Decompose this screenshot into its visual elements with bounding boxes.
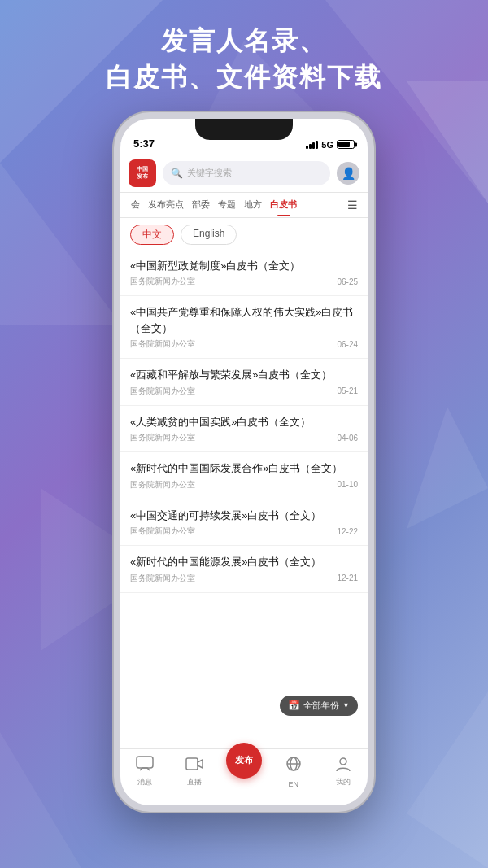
phone-notch <box>195 119 293 140</box>
article-source: 国务院新闻办公室 <box>130 479 195 491</box>
svg-marker-5 <box>407 407 488 529</box>
svg-marker-2 <box>0 163 122 325</box>
tab-live-label: 直播 <box>187 777 202 787</box>
article-date: 12-22 <box>337 527 358 536</box>
bottom-tab-bar: 消息 直播 发布 EN <box>120 748 368 805</box>
tab-live[interactable]: 直播 <box>170 756 220 787</box>
list-item[interactable]: «人类减贫的中国实践»白皮书（全文） 国务院新闻办公室 04-06 <box>120 406 368 453</box>
live-icon <box>185 756 203 774</box>
article-title: «人类减贫的中国实践»白皮书（全文） <box>130 414 358 430</box>
list-item[interactable]: «西藏和平解放与繁荣发展»白皮书（全文） 国务院新闻办公室 05-21 <box>120 359 368 406</box>
signal-icon <box>306 141 318 149</box>
search-placeholder-text: 关键字搜索 <box>187 167 232 179</box>
logo-line1: 中国 <box>137 166 148 172</box>
article-list: «中国新型政党制度»白皮书（全文） 国务院新闻办公室 06-25 «中国共产党尊… <box>120 250 368 748</box>
tab-profile[interactable]: 我的 <box>318 756 368 787</box>
article-meta: 国务院新闻办公室 06-24 <box>130 338 358 350</box>
lang-tab-en[interactable]: English <box>181 225 237 245</box>
article-title: «新时代的中国能源发展»白皮书（全文） <box>130 554 358 570</box>
article-title: «西藏和平解放与繁荣发展»白皮书（全文） <box>130 367 358 383</box>
search-icon: 🔍 <box>171 168 183 179</box>
hero-title: 发言人名录、 白皮书、文件资料下载 <box>73 0 415 112</box>
messages-icon <box>136 756 154 774</box>
fab-label: 发布 <box>235 754 253 766</box>
article-meta: 国务院新闻办公室 05-21 <box>130 386 358 397</box>
article-date: 06-25 <box>337 277 358 286</box>
network-type: 5G <box>321 140 333 150</box>
list-item[interactable]: «中国交通的可持续发展»白皮书（全文） 国务院新闻办公室 12-22 <box>120 499 368 547</box>
article-date: 01-10 <box>337 480 358 489</box>
tab-messages-label: 消息 <box>137 777 152 787</box>
article-date: 05-21 <box>337 386 358 395</box>
article-source: 国务院新闻办公室 <box>130 386 195 397</box>
year-filter-button[interactable]: 📅 全部年份 ▼ <box>280 696 358 716</box>
avatar-icon: 👤 <box>342 167 355 180</box>
article-meta: 国务院新闻办公室 06-25 <box>130 276 358 287</box>
article-meta: 国务院新闻办公室 12-22 <box>130 526 358 537</box>
article-source: 国务院新闻办公室 <box>130 432 195 443</box>
tab-en-label: EN <box>289 780 299 788</box>
lang-tabs: 中文 English <box>120 218 368 250</box>
list-item[interactable]: «中国共产党尊重和保障人权的伟大实践»白皮书（全文） 国务院新闻办公室 06-2… <box>120 296 368 359</box>
en-icon <box>285 756 303 778</box>
article-title: «新时代的中国国际发展合作»白皮书（全文） <box>130 460 358 477</box>
tab-buwei[interactable]: 部委 <box>188 193 214 216</box>
phone-mockup: 5:37 5G 中国 发布 🔍 关键字搜索 <box>114 112 374 812</box>
tab-zhuanti[interactable]: 专题 <box>214 193 240 216</box>
lang-tab-zh[interactable]: 中文 <box>130 225 174 245</box>
article-date: 04-06 <box>337 434 358 443</box>
logo-line2: 发布 <box>137 173 148 180</box>
svg-marker-6 <box>0 732 81 868</box>
article-meta: 国务院新闻办公室 04-06 <box>130 432 358 443</box>
tab-difang[interactable]: 地方 <box>240 193 266 216</box>
tab-profile-label: 我的 <box>336 777 351 787</box>
svg-marker-3 <box>407 81 488 203</box>
chevron-down-icon: ▼ <box>342 701 350 709</box>
svg-rect-10 <box>186 758 198 770</box>
status-icons: 5G <box>306 140 355 150</box>
nav-tabs: 会 发布亮点 部委 专题 地方 白皮书 ☰ <box>120 193 368 218</box>
tab-baipishu[interactable]: 白皮书 <box>266 193 301 216</box>
tab-fabuyudian[interactable]: 发布亮点 <box>144 193 188 216</box>
article-date: 12-21 <box>337 574 358 582</box>
tab-hui[interactable]: 会 <box>127 193 144 216</box>
article-title: «中国交通的可持续发展»白皮书（全文） <box>130 508 358 524</box>
svg-rect-9 <box>137 757 153 768</box>
fab-publish-button[interactable]: 发布 <box>226 743 262 779</box>
nav-menu-icon[interactable]: ☰ <box>344 193 361 217</box>
article-meta: 国务院新闻办公室 01-10 <box>130 479 358 491</box>
phone-content: 中国 发布 🔍 关键字搜索 👤 会 发布亮点 部委 专题 地方 白皮书 ☰ 中文… <box>120 155 368 805</box>
app-logo: 中国 发布 <box>129 159 156 187</box>
article-source: 国务院新闻办公室 <box>130 276 195 287</box>
article-source: 国务院新闻办公室 <box>130 338 195 350</box>
tab-messages[interactable]: 消息 <box>120 756 170 787</box>
article-meta: 国务院新闻办公室 12-21 <box>130 573 358 584</box>
svg-marker-7 <box>407 691 488 868</box>
article-source: 国务院新闻办公室 <box>130 526 195 537</box>
year-filter-label: 全部年份 <box>303 700 339 712</box>
list-item[interactable]: «新时代的中国国际发展合作»白皮书（全文） 国务院新闻办公室 01-10 <box>120 452 368 499</box>
tab-publish[interactable]: 发布 <box>220 756 269 779</box>
list-item[interactable]: «中国新型政党制度»白皮书（全文） 国务院新闻办公室 06-25 <box>120 250 368 297</box>
article-date: 06-24 <box>337 340 358 349</box>
article-source: 国务院新闻办公室 <box>130 573 195 584</box>
article-title: «中国新型政党制度»白皮书（全文） <box>130 258 358 274</box>
profile-icon <box>334 756 352 774</box>
tab-en[interactable]: EN <box>268 756 318 788</box>
list-item[interactable]: «新时代的中国能源发展»白皮书（全文） 国务院新闻办公室 12-21 <box>120 546 368 593</box>
calendar-icon: 📅 <box>288 700 300 711</box>
status-time: 5:37 <box>133 137 155 150</box>
app-header: 中国 发布 🔍 关键字搜索 👤 <box>120 155 368 193</box>
article-title: «中国共产党尊重和保障人权的伟大实践»白皮书（全文） <box>130 304 358 336</box>
svg-point-14 <box>340 758 346 765</box>
search-bar[interactable]: 🔍 关键字搜索 <box>163 161 330 185</box>
battery-icon <box>337 140 355 149</box>
avatar[interactable]: 👤 <box>337 162 359 185</box>
